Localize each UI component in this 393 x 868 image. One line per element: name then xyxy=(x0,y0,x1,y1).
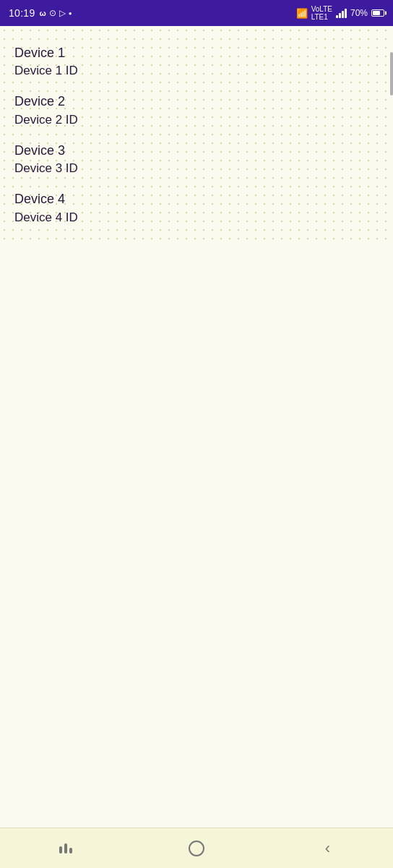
status-bar: 10:19 ω ⊙ ▷ ● 📶 VoLTELTE1 70% xyxy=(0,0,393,26)
device-item-1[interactable]: Device 1Device 1 ID xyxy=(14,38,379,86)
status-bar-right: 📶 VoLTELTE1 70% xyxy=(296,5,384,21)
device-item-2[interactable]: Device 2Device 2 ID xyxy=(14,86,379,135)
content-wrapper: Device 1Device 1 IDDevice 2Device 2 IDDe… xyxy=(0,26,393,827)
dot-indicator: ● xyxy=(69,10,72,17)
signal-label: VoLTELTE1 xyxy=(311,5,332,21)
device-name-3: Device 3 xyxy=(14,142,379,159)
device-name-1: Device 1 xyxy=(14,45,379,61)
scroll-indicator[interactable] xyxy=(390,52,393,95)
device-name-2: Device 2 xyxy=(14,93,379,110)
lg-icon: ω xyxy=(40,9,46,17)
battery-percentage: 70% xyxy=(350,8,368,18)
home-button[interactable] xyxy=(175,834,218,863)
recents-button[interactable] xyxy=(44,834,87,863)
main-content: Device 1Device 1 IDDevice 2Device 2 IDDe… xyxy=(0,26,393,244)
wifi-icon: 📶 xyxy=(296,8,308,19)
nav-bar: ‹ xyxy=(0,827,393,868)
home-icon xyxy=(189,841,204,856)
back-icon: ‹ xyxy=(325,839,330,858)
signal-bars xyxy=(336,8,347,18)
status-icons: ω ⊙ ▷ ● xyxy=(40,8,72,18)
play-icon: ▷ xyxy=(59,8,66,18)
status-time: 10:19 xyxy=(9,7,35,19)
status-bar-left: 10:19 ω ⊙ ▷ ● xyxy=(9,7,72,19)
device-item-3[interactable]: Device 3Device 3 ID xyxy=(14,135,379,184)
device-item-4[interactable]: Device 4Device 4 ID xyxy=(14,184,379,232)
device-id-1: Device 1 ID xyxy=(14,63,379,79)
screen-record-icon: ⊙ xyxy=(49,8,56,18)
device-name-4: Device 4 xyxy=(14,191,379,208)
device-list: Device 1Device 1 IDDevice 2Device 2 IDDe… xyxy=(14,38,379,233)
recents-icon xyxy=(59,843,72,854)
back-button[interactable]: ‹ xyxy=(306,834,349,863)
device-id-4: Device 4 ID xyxy=(14,210,379,226)
battery-icon xyxy=(371,9,384,17)
device-id-3: Device 3 ID xyxy=(14,161,379,176)
device-id-2: Device 2 ID xyxy=(14,112,379,128)
